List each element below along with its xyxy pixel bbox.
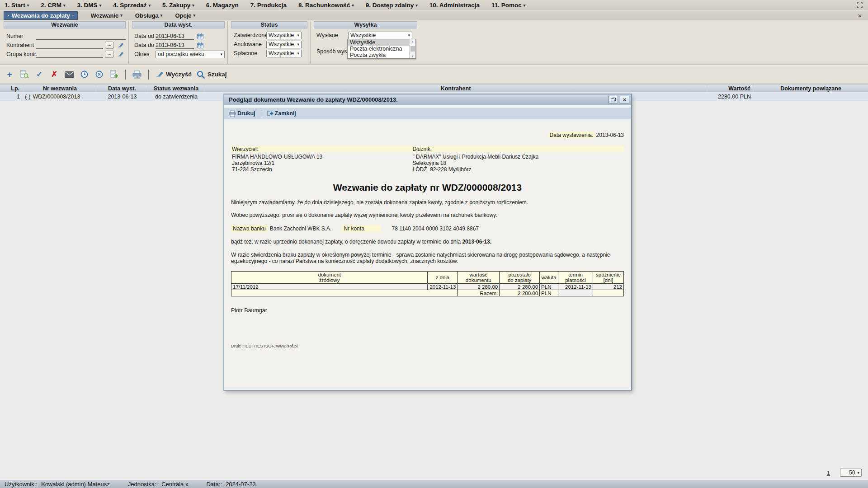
print-document-button[interactable]: Drukuj [229,110,255,117]
dropdown-option[interactable]: Poczta zwykła [348,52,409,58]
chevron-down-icon: ▾ [27,3,29,8]
wyslane-select[interactable]: Wszystkie▾ [348,32,412,39]
grupa-kontr-clear-icon[interactable] [116,51,124,58]
grupa-kontr-input[interactable] [36,51,103,58]
fullscreen-icon[interactable] [855,1,863,9]
menu-dostep-zdalny[interactable]: 9. Dostęp zdalny▾ [366,2,418,9]
numer-label: Numer [6,33,36,39]
data-do-input[interactable]: 2013-06-13 [156,42,194,49]
col-kontrahent[interactable]: Kontrahent [204,85,708,92]
dropdown-option[interactable]: Wszystkie [348,39,409,46]
okres-select[interactable]: od początku wieku▾ [156,51,225,58]
total-currency: PLN [540,290,558,296]
chevron-down-icon: ▾ [99,3,102,8]
main-menu-bar: 1. Start▾ 2. CRM▾ 3. DMS▾ 4. Sprzedaż▾ 5… [0,0,868,10]
chevron-down-icon: ▾ [160,13,163,18]
toolbar-separator [148,70,149,80]
menu-pomoc[interactable]: 11. Pomoc▾ [491,2,525,9]
data-od-label: Data od [134,33,156,39]
scroll-up-icon[interactable]: ▲ [411,40,414,43]
scroll-down-icon[interactable]: ▼ [411,55,414,58]
bank-name-label: Nazwa banku [231,225,268,232]
numer-input[interactable] [36,33,126,40]
clear-button[interactable]: Wyczyść [155,71,192,78]
search-button[interactable]: Szukaj [197,70,227,79]
tab-dot: · [8,13,9,18]
menu-sprzedaz[interactable]: 4. Sprzedaż▾ [113,2,151,9]
zatwierdzone-select[interactable]: Wszystkie▾ [266,32,302,39]
close-dialog-icon[interactable]: × [620,96,629,103]
menu-administracja[interactable]: 10. Administracja [429,2,480,9]
dropdown-option[interactable]: Poczta elektroniczna [348,46,409,52]
group-title: Wezwanie [4,21,126,28]
col-nr-wezwania[interactable]: Nr wezwania [24,85,96,92]
email-icon[interactable] [64,70,74,80]
menu-crm[interactable]: 2. CRM▾ [41,2,65,9]
detach-window-icon[interactable] [609,96,618,103]
col-lp[interactable]: Lp. [0,85,24,92]
calendar-icon[interactable] [197,42,204,49]
add-icon[interactable]: + [5,70,14,80]
tab-wezwania-do-zaplaty[interactable]: · Wezwania do zapłaty · [4,11,78,20]
tab-dot: · [72,13,74,18]
menu-zakupy[interactable]: 5. Zakupy▾ [162,2,194,9]
data-od-input[interactable]: 2013-06-13 [156,33,194,40]
th-dokument: dokument źródłowy [231,272,428,284]
approve-icon[interactable]: ✓ [34,70,44,80]
module-bar: · Wezwania do zapłaty · Wezwanie▾ Obsług… [0,11,868,20]
page-size-select[interactable]: 50▾ [840,469,862,477]
add-document-icon[interactable] [109,70,119,80]
scroll-thumb[interactable] [410,46,415,52]
dialog-titlebar[interactable]: Podgląd dokumentu Wezwanie do zapłaty WD… [224,94,631,105]
menu-produkcja[interactable]: 7. Produkcja [250,2,287,9]
menu-wezwanie[interactable]: Wezwanie▾ [90,12,122,19]
signature: Piotr Baumgar [231,307,624,314]
bank-line: Nazwa banku Bank Zachodni WBK S.A. Nr ko… [231,225,624,232]
preview-document-icon[interactable] [19,70,29,80]
delete-icon[interactable]: ✗ [49,70,59,80]
col-wartosc[interactable]: Wartość [708,85,754,92]
calendar-icon[interactable] [197,33,204,40]
debtor-address: " DARMAX" Usługi i Produkcja Mebli Dariu… [412,154,624,173]
splacone-select[interactable]: Wszystkie▾ [266,50,302,57]
td-dokument: 17/11/2012 [231,284,428,290]
close-preview-button[interactable]: Zamknij [267,110,296,117]
menu-rachunkowosc[interactable]: 8. Rachunkowość▾ [298,2,354,9]
menu-start[interactable]: 1. Start▾ [5,2,29,9]
grupa-kontr-lookup-button[interactable]: ... [105,51,114,58]
cell-data-wyst: 2013-06-13 [96,93,148,101]
menu-opcje[interactable]: Opcje▾ [175,12,195,19]
col-data-wyst[interactable]: Data wyst. [96,85,148,92]
date-label: Data:: [206,481,222,488]
filter-group-data-wyst: Data wyst. Data od 2013-06-13 Data do 20… [132,21,228,64]
dialog-title: Podgląd dokumentu Wezwanie do zapłaty WD… [229,96,607,103]
col-status-wezwania[interactable]: Status wezwania [148,85,204,92]
close-module-icon[interactable]: × [855,12,864,19]
page-link[interactable]: 1 [827,469,830,476]
menu-obsluga[interactable]: Obsługa▾ [135,12,163,19]
paragraph-1: Niniejszym zawiadamiamy, że do dnia dzis… [231,200,624,206]
col-dokumenty-powiazane[interactable]: Dokumenty powiązane [754,85,868,92]
menu-magazyn[interactable]: 6. Magazyn [206,2,239,9]
zatwierdzone-label: Zatwierdzone [234,32,266,38]
kontrahent-lookup-button[interactable]: ... [105,42,114,49]
kontrahent-input[interactable] [36,42,103,49]
print-icon[interactable] [132,70,142,80]
kontrahent-clear-icon[interactable] [116,42,124,49]
th-termin: termin płatności [558,272,593,284]
cancel-icon[interactable] [94,70,104,80]
filter-panel: Wezwanie Numer Kontrahent ... Grupa kont… [0,20,868,65]
menu-dms[interactable]: 3. DMS▾ [77,2,102,9]
cell-nr-wezwania: (-)WDZ/000008/2013 [24,93,96,101]
total-empty [593,290,623,296]
anulowane-select[interactable]: Wszystkie▾ [266,41,302,48]
paragraph-3: bądź też, w razie uprzednio dokonanej za… [231,239,624,245]
settlement-header-row: dokument źródłowy z dnia wartość dokumen… [231,272,624,284]
print-footer: Druk: HEUTHES ISOF, www.isof.pl [231,343,624,348]
parties-band: Wierzyciel: Dłużnik: [231,146,624,152]
splacone-label: Spłacone [234,50,266,56]
dropdown-scrollbar[interactable]: ▲ ▼ [409,39,415,58]
chevron-down-icon: ▾ [524,3,526,8]
chevron-down-icon: ▾ [352,3,354,8]
history-icon[interactable] [79,70,89,80]
